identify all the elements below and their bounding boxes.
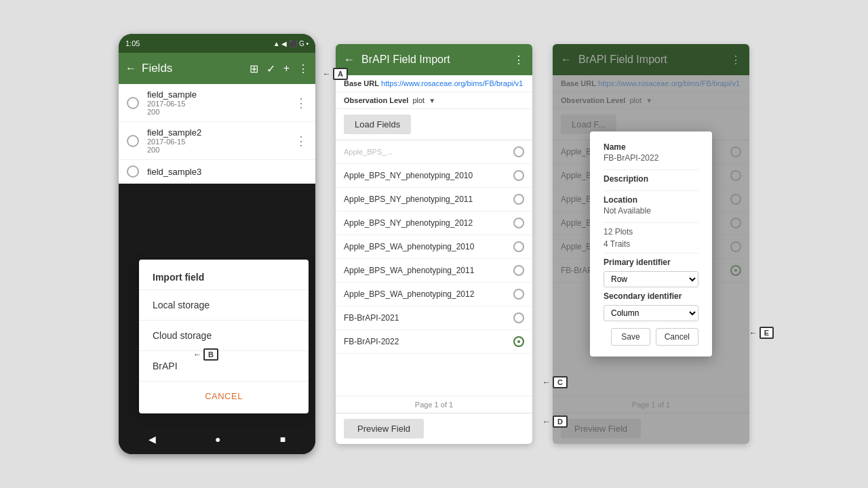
dialog-save-btn[interactable]: Save	[611, 328, 650, 346]
middle-obs-value: plot	[412, 96, 425, 104]
dialog-primary-id-select[interactable]: Row	[604, 271, 698, 287]
middle-load-btn-container: Load Fields	[336, 109, 532, 140]
nav-home-btn[interactable]: ●	[215, 434, 220, 445]
list-item-0[interactable]: Apple_BPS_NY_phenotyping_2010	[336, 164, 532, 188]
add-icon[interactable]: +	[283, 62, 290, 75]
status-time: 1:05	[125, 39, 140, 47]
field-meta-1: 2017-06-15 200	[147, 100, 295, 116]
middle-url-row: Base URL https://www.rosaceae.org/bims/F…	[336, 75, 532, 92]
list-item-3[interactable]: Apple_BPS_WA_phenotyping_2010	[336, 235, 532, 259]
field-info-2: field_sample2 2017-06-15 200	[147, 127, 295, 154]
dialog-primary-id-row: Row	[604, 271, 698, 287]
field-item-3[interactable]: field_sample3	[119, 160, 315, 184]
radio-4[interactable]	[513, 265, 524, 276]
phone-toolbar: ← Fields ⊞ ✓ + ⋮	[119, 53, 315, 84]
field-name-3: field_sample3	[147, 167, 307, 177]
popup-item-local[interactable]: Local storage	[139, 293, 309, 317]
phone-panel: 1:05 ▲ ◀ ⬛ G • ← Fields ⊞ ✓ + ⋮ f	[119, 34, 315, 454]
dialog-location-value: Not Available	[604, 206, 698, 216]
middle-preview-btn[interactable]: Preview Field	[344, 419, 424, 439]
field-item-1[interactable]: field_sample 2017-06-15 200 ⋮	[119, 84, 315, 122]
radio-2[interactable]	[513, 218, 524, 228]
field-meta-2: 2017-06-15 200	[147, 138, 295, 154]
middle-obs-row: Observation Level plot ▼	[336, 92, 532, 109]
dialog-name-value: FB-BrAPI-2022	[604, 153, 698, 163]
annotation-e: ← E	[749, 327, 774, 339]
field-more-icon-2[interactable]: ⋮	[295, 134, 307, 148]
list-item-2[interactable]: Apple_BPS_NY_phenotyping_2012	[336, 211, 532, 235]
list-item-6[interactable]: FB-BrAPI-2021	[336, 306, 532, 330]
dialog-actions: Save Cancel	[604, 328, 698, 346]
dialog-plots-row: 12 Plots	[604, 227, 698, 237]
list-item-7[interactable]: FB-BrAPI-2022	[336, 330, 532, 354]
dialog-name-label: Name	[604, 142, 698, 152]
middle-toolbar: ← BrAPI Field Import ⋮	[336, 44, 532, 75]
field-radio-2[interactable]	[127, 135, 139, 147]
import-popup-menu: Import field Local storage Cloud storage…	[139, 260, 309, 413]
middle-back-icon[interactable]: ←	[344, 54, 355, 66]
field-item-2[interactable]: field_sample2 2017-06-15 200 ⋮	[119, 122, 315, 160]
popup-cancel-btn[interactable]: CANCEL	[139, 384, 309, 408]
middle-more-icon[interactable]: ⋮	[513, 54, 524, 66]
field-list-item-top[interactable]: Apple_BPS_...	[336, 140, 532, 164]
field-radio-3[interactable]	[127, 165, 139, 178]
field-radio-1[interactable]	[127, 97, 139, 109]
dialog-cancel-btn[interactable]: Cancel	[656, 328, 698, 346]
dialog-overlay: Name FB-BrAPI-2022 Description Location …	[553, 44, 749, 444]
dialog-primary-id-label: Primary identifier	[604, 258, 698, 267]
field-radio-top[interactable]	[513, 146, 524, 157]
status-icons: ▲ ◀ ⬛ G •	[273, 40, 309, 47]
middle-panel-title: BrAPI Field Import	[361, 54, 507, 66]
popup-item-cloud[interactable]: Cloud storage	[139, 323, 309, 348]
nav-recent-btn[interactable]: ■	[280, 434, 285, 445]
middle-panel-body: Base URL https://www.rosaceae.org/bims/F…	[336, 75, 532, 444]
dialog-secondary-id-row: Column	[604, 305, 698, 321]
field-info-3: field_sample3	[147, 167, 307, 177]
nav-back-btn[interactable]: ◀	[149, 434, 156, 445]
middle-preview-container: Preview Field	[336, 413, 532, 444]
popup-header: Import field	[139, 265, 309, 287]
radio-5[interactable]	[513, 289, 524, 300]
phone-nav-bar: ◀ ● ■	[119, 424, 315, 454]
phone-status-bar: 1:05 ▲ ◀ ⬛ G •	[119, 34, 315, 53]
list-item-4[interactable]: Apple_BPS_WA_phenotyping_2011	[336, 259, 532, 283]
annotation-c: ← C	[542, 376, 568, 388]
list-item-1[interactable]: Apple_BPS_NY_phenotyping_2011	[336, 188, 532, 211]
middle-page-indicator: Page 1 of 1	[336, 396, 532, 413]
dialog-traits-row: 4 Traits	[604, 239, 698, 249]
field-more-icon-1[interactable]: ⋮	[295, 96, 307, 110]
radio-1[interactable]	[513, 194, 524, 205]
radio-7[interactable]	[513, 336, 524, 347]
annotation-d: ← D	[542, 415, 568, 428]
check-icon[interactable]: ✓	[267, 62, 275, 75]
radio-3[interactable]	[513, 241, 524, 252]
radio-0[interactable]	[513, 170, 524, 181]
dialog-secondary-id-label: Secondary identifier	[604, 291, 698, 301]
grid-icon[interactable]: ⊞	[250, 62, 258, 75]
middle-load-btn[interactable]: Load Fields	[344, 115, 411, 134]
more-icon[interactable]: ⋮	[298, 62, 309, 75]
annotation-b: ← B	[193, 348, 218, 361]
right-panel: ← BrAPI Field Import ⋮ Base URL https://…	[553, 44, 749, 444]
popup-item-brapi[interactable]: BrAPI	[139, 354, 309, 378]
phone-toolbar-title: Fields	[142, 62, 244, 75]
dialog-description-label: Description	[604, 174, 698, 184]
list-item-5[interactable]: Apple_BPS_WA_phenotyping_2012	[336, 283, 532, 306]
dialog-location-label: Location	[604, 195, 698, 205]
middle-field-list: Apple_BPS_NY_phenotyping_2010 Apple_BPS_…	[336, 164, 532, 396]
field-info-1: field_sample 2017-06-15 200	[147, 89, 295, 116]
back-icon[interactable]: ←	[125, 62, 136, 75]
field-name-2: field_sample2	[147, 127, 295, 138]
dialog-secondary-id-select[interactable]: Column	[604, 305, 698, 321]
field-name-1: field_sample	[147, 89, 295, 100]
field-import-dialog: Name FB-BrAPI-2022 Description Location …	[590, 131, 712, 357]
annotation-a: ← A	[323, 68, 348, 80]
middle-url-value: https://www.rosaceae.org/bims/FB/brapi/v…	[381, 79, 523, 87]
middle-panel: ← BrAPI Field Import ⋮ Base URL https://…	[336, 44, 532, 444]
radio-6[interactable]	[513, 312, 524, 323]
